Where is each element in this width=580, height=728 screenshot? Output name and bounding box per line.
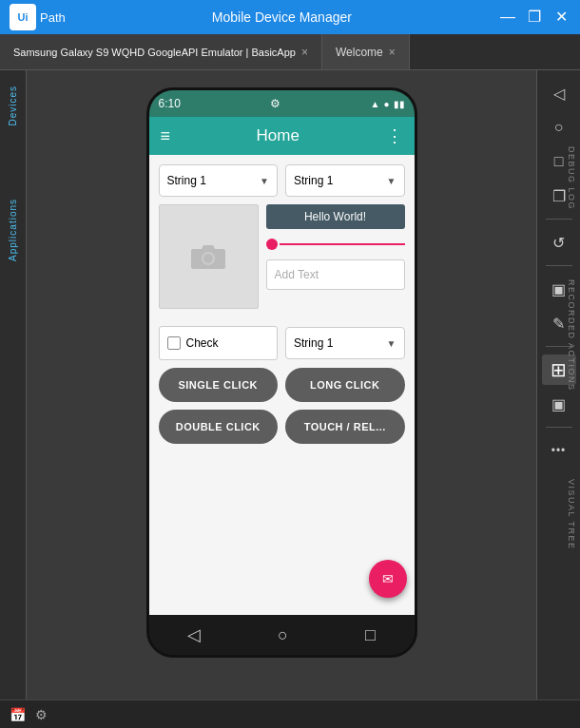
right-controls: Hello World! Add Text [266, 204, 405, 318]
more-options-icon[interactable]: ⋮ [386, 125, 403, 146]
welcome-tab-close[interactable]: × [389, 46, 396, 59]
dropdown-3-arrow: ▼ [387, 338, 396, 349]
touch-release-button[interactable]: TOUCH / REL... [285, 410, 405, 444]
fab-button[interactable]: ✉ [369, 560, 407, 598]
middle-section: Hello World! Add Text [159, 204, 405, 318]
close-button[interactable]: ✕ [551, 10, 570, 25]
circle-icon[interactable]: ○ [542, 112, 576, 143]
button-row-2: DOUBLE CLICK TOUCH / REL... [159, 410, 405, 444]
button-row-1: SINGLE CLICK LONG CLICK [159, 368, 405, 402]
welcome-tab[interactable]: Welcome × [322, 34, 410, 69]
device-tab[interactable]: Samsung Galaxy S9 WQHD GoogleAPI Emulato… [0, 34, 322, 69]
slider-line [280, 243, 405, 245]
status-time: 6:10 [159, 97, 181, 110]
check-dropdown-row: Check String 1 ▼ [159, 326, 405, 360]
phone-device: 6:10 ⚙ ▲ ● ▮▮ ≡ Home ⋮ String 1 [146, 87, 417, 658]
slider-dot [266, 239, 278, 250]
restore-button[interactable]: ❐ [525, 10, 544, 25]
back-icon[interactable]: ◁ [542, 78, 576, 108]
more-icon[interactable]: ••• [542, 435, 576, 466]
dropdown-3[interactable]: String 1 ▼ [285, 327, 405, 359]
title-bar-left: Ui Path [10, 4, 66, 30]
long-click-button[interactable]: LONG CLICK [285, 368, 405, 402]
logo-box: Ui [10, 4, 36, 30]
checkbox-icon [167, 336, 181, 350]
window-controls: — ❐ ✕ [498, 10, 570, 25]
device-tab-close[interactable]: × [301, 46, 308, 59]
settings-icon: ⚙ [270, 97, 280, 110]
calendar-icon[interactable]: 📅 [10, 707, 26, 722]
sidebar-item-applications[interactable]: Applications [8, 193, 18, 267]
hamburger-icon[interactable]: ≡ [161, 126, 171, 146]
dropdown-1-arrow: ▼ [260, 176, 269, 186]
phone-status-bar: 6:10 ⚙ ▲ ● ▮▮ [149, 90, 415, 117]
title-bar: Ui Path Mobile Device Manager — ❐ ✕ [0, 0, 580, 34]
camera-icon [189, 240, 227, 274]
sidebar-item-devices[interactable]: Devices [8, 80, 18, 132]
phone-nav-bar: ◁ ○ □ [149, 615, 415, 655]
double-click-button[interactable]: DOUBLE CLICK [159, 410, 279, 444]
app-title: Mobile Device Manager [66, 10, 498, 25]
tab-bar: Samsung Galaxy S9 WQHD GoogleAPI Emulato… [0, 34, 580, 70]
left-sidebar: Devices Applications [0, 70, 27, 699]
logo-path-label: Path [40, 10, 66, 25]
hello-world-button[interactable]: Hello World! [266, 204, 405, 229]
nav-home-button[interactable]: ○ [278, 625, 288, 645]
toolbar-divider-1 [546, 219, 572, 220]
dropdown-1[interactable]: String 1 ▼ [159, 164, 279, 197]
toolbar-divider-2 [546, 265, 572, 266]
app-logo: Ui Path [10, 4, 66, 30]
toolbar-divider-4 [546, 427, 572, 428]
dropdown-2[interactable]: String 1 ▼ [285, 164, 405, 197]
device-area: 6:10 ⚙ ▲ ● ▮▮ ≡ Home ⋮ String 1 [27, 70, 536, 699]
nav-back-button[interactable]: ◁ [187, 624, 201, 645]
recorded-actions-label: RECORDED ACTIONS [567, 279, 576, 392]
email-icon: ✉ [382, 571, 394, 586]
single-click-button[interactable]: SINGLE CLICK [159, 368, 279, 402]
screen-icon[interactable]: ▣ [542, 389, 576, 419]
image-placeholder [159, 204, 259, 309]
dropdown-row-1: String 1 ▼ String 1 ▼ [159, 164, 405, 197]
svg-point-1 [203, 254, 213, 263]
add-text-input[interactable]: Add Text [266, 259, 405, 290]
phone-content: String 1 ▼ String 1 ▼ [149, 155, 415, 621]
slider-row[interactable] [266, 235, 405, 254]
check-box[interactable]: Check [159, 326, 279, 360]
right-toolbar: ◁ ○ □ ❐ ↺ ▣ ✎ ⊞ ▣ ••• DEBUG LOG RECORDED… [536, 70, 580, 699]
main-area: Devices Applications 6:10 ⚙ ▲ ● ▮▮ ≡ Hom… [0, 70, 580, 699]
nav-recents-button[interactable]: □ [365, 625, 376, 645]
phone-toolbar: ≡ Home ⋮ [149, 117, 415, 155]
bottom-bar: 📅 ⚙ [0, 699, 580, 728]
dropdown-2-arrow: ▼ [387, 176, 396, 186]
refresh-icon[interactable]: ↺ [542, 227, 576, 258]
status-icons: ▲ ● ▮▮ [371, 99, 405, 109]
minimize-button[interactable]: — [498, 10, 517, 25]
settings-icon-bottom[interactable]: ⚙ [35, 707, 48, 722]
debug-log-label: DEBUG LOG [567, 146, 576, 210]
phone-toolbar-title: Home [257, 126, 300, 145]
visual-tree-label: VISUAL TREE [567, 479, 576, 550]
